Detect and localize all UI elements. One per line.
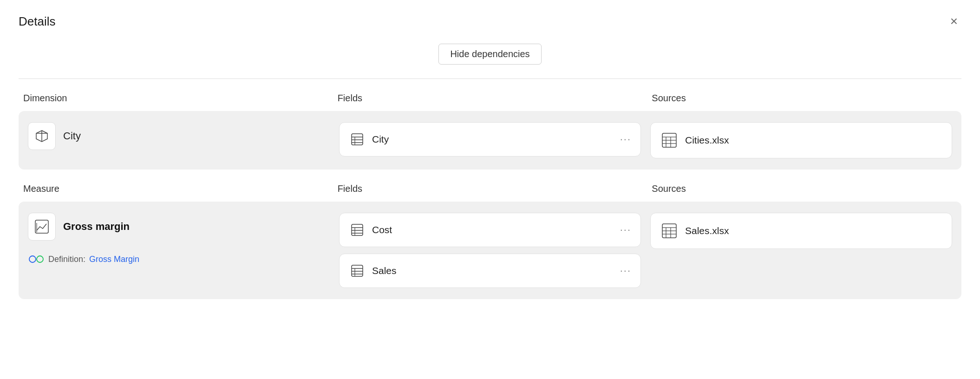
gross-margin-measure-item: Gross margin (28, 213, 330, 241)
list-icon-3 (351, 264, 364, 277)
dialog-title: Details (19, 14, 55, 29)
measure-sources-header: Sources (652, 183, 957, 194)
xlsx-icon (661, 132, 677, 148)
sales-field-icon (349, 262, 366, 279)
svg-point-17 (37, 256, 43, 262)
cost-field-menu[interactable]: ··· (620, 224, 631, 236)
definition-row: Definition: Gross Margin (28, 251, 330, 268)
city-dimension-item: City (28, 122, 330, 150)
svg-rect-3 (352, 134, 363, 145)
gross-margin-name: Gross margin (63, 221, 130, 233)
definition-label: Definition: (48, 255, 85, 264)
details-dialog: Details × Hide dependencies Dimension Fi… (0, 0, 980, 379)
cost-field-card: Cost ··· (339, 213, 641, 247)
dimension-section-headers: Dimension Fields Sources (19, 93, 961, 104)
measure-section: Measure Fields Sources (19, 183, 961, 299)
xlsx-icon-2 (661, 223, 677, 239)
dimension-col-header: Dimension (23, 93, 328, 104)
cities-source-card: Cities.xlsx (650, 122, 952, 158)
city-field-menu[interactable]: ··· (620, 133, 631, 145)
hide-deps-container: Hide dependencies (0, 39, 980, 78)
measure-fields-header: Fields (338, 183, 643, 194)
hide-dependencies-button[interactable]: Hide dependencies (438, 44, 541, 65)
close-button[interactable]: × (947, 13, 961, 30)
list-icon-2 (351, 223, 364, 236)
measure-grid: Gross margin Definition: Gr (28, 213, 952, 288)
sales-spreadsheet-icon (660, 222, 679, 240)
dimension-fields-header: Fields (338, 93, 643, 104)
list-icon (351, 133, 364, 146)
dialog-header: Details × (0, 0, 980, 39)
svg-point-16 (29, 256, 36, 262)
cost-field-icon (349, 222, 366, 238)
dimension-sources-col: Cities.xlsx (650, 122, 952, 158)
cities-source-name: Cities.xlsx (685, 135, 729, 146)
definition-link[interactable]: Gross Margin (89, 255, 139, 264)
measure-sources-col: Sales.xlsx (650, 213, 952, 249)
city-dimension-icon (28, 122, 56, 150)
sales-field-card: Sales ··· (339, 254, 641, 288)
city-field-name: City (372, 134, 614, 145)
sales-source-name: Sales.xlsx (685, 225, 729, 236)
city-field-card: City ··· (339, 122, 641, 157)
dimension-section-body: City (19, 111, 961, 170)
gross-margin-icon (28, 213, 56, 241)
definition-icon (28, 251, 45, 268)
sales-source-card: Sales.xlsx (650, 213, 952, 249)
cost-field-name: Cost (372, 224, 614, 235)
svg-rect-23 (352, 265, 363, 276)
cube-icon (34, 129, 49, 144)
sales-field-name: Sales (372, 265, 614, 276)
measure-item-col: Gross margin Definition: Gr (28, 213, 330, 268)
measure-col-header: Measure (23, 183, 328, 194)
measure-chart-icon (34, 219, 49, 234)
svg-rect-18 (352, 224, 363, 235)
sales-field-menu[interactable]: ··· (620, 265, 631, 277)
city-dimension-name: City (63, 130, 81, 142)
dimension-fields-col: City ··· (339, 122, 641, 157)
dimension-section: Dimension Fields Sources (19, 93, 961, 170)
measure-fields-col: Cost ··· (339, 213, 641, 288)
table-field-icon (349, 131, 366, 148)
dimension-item-col: City (28, 122, 330, 150)
measure-section-body: Gross margin Definition: Gr (19, 202, 961, 299)
spreadsheet-icon (660, 131, 679, 150)
linked-circles-icon (28, 254, 44, 265)
svg-rect-14 (35, 220, 48, 233)
dimension-sources-header: Sources (652, 93, 957, 104)
measure-section-headers: Measure Fields Sources (19, 183, 961, 194)
main-content: Dimension Fields Sources (0, 79, 980, 332)
